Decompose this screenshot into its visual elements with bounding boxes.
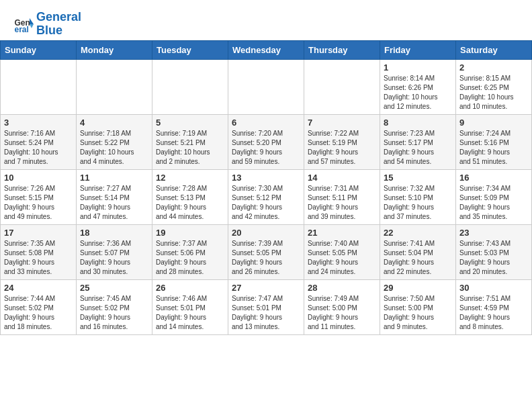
day-info: Sunrise: 7:47 AM Sunset: 5:01 PM Dayligh… bbox=[232, 294, 300, 332]
calendar-cell: 7Sunrise: 7:22 AM Sunset: 5:19 PM Daylig… bbox=[304, 114, 380, 169]
calendar-week-row: 3Sunrise: 7:16 AM Sunset: 5:24 PM Daylig… bbox=[1, 114, 532, 169]
day-info: Sunrise: 7:34 AM Sunset: 5:09 PM Dayligh… bbox=[459, 184, 528, 222]
calendar-cell: 26Sunrise: 7:46 AM Sunset: 5:01 PM Dayli… bbox=[152, 279, 228, 334]
calendar-cell: 5Sunrise: 7:19 AM Sunset: 5:21 PM Daylig… bbox=[152, 114, 228, 169]
calendar-cell: 15Sunrise: 7:32 AM Sunset: 5:10 PM Dayli… bbox=[380, 169, 456, 224]
calendar-cell: 18Sunrise: 7:36 AM Sunset: 5:07 PM Dayli… bbox=[77, 224, 152, 279]
day-number: 6 bbox=[232, 118, 300, 128]
day-info: Sunrise: 7:16 AM Sunset: 5:24 PM Dayligh… bbox=[4, 129, 73, 167]
calendar-cell: 22Sunrise: 7:41 AM Sunset: 5:04 PM Dayli… bbox=[380, 224, 456, 279]
day-info: Sunrise: 7:23 AM Sunset: 5:17 PM Dayligh… bbox=[384, 129, 452, 167]
day-number: 18 bbox=[80, 228, 148, 238]
day-info: Sunrise: 7:43 AM Sunset: 5:03 PM Dayligh… bbox=[459, 239, 528, 277]
day-info: Sunrise: 7:27 AM Sunset: 5:14 PM Dayligh… bbox=[80, 184, 148, 222]
day-number: 3 bbox=[4, 118, 73, 128]
day-info: Sunrise: 7:40 AM Sunset: 5:05 PM Dayligh… bbox=[308, 239, 376, 277]
day-info: Sunrise: 8:14 AM Sunset: 6:26 PM Dayligh… bbox=[384, 74, 452, 111]
day-number: 20 bbox=[232, 228, 300, 238]
calendar-cell: 4Sunrise: 7:18 AM Sunset: 5:22 PM Daylig… bbox=[77, 114, 152, 169]
day-number: 22 bbox=[384, 228, 452, 238]
page-header: Gen eral GeneralBlue bbox=[0, 0, 532, 40]
day-info: Sunrise: 7:46 AM Sunset: 5:01 PM Dayligh… bbox=[156, 294, 224, 332]
day-info: Sunrise: 7:28 AM Sunset: 5:13 PM Dayligh… bbox=[156, 184, 224, 222]
weekday-header: Saturday bbox=[456, 40, 532, 59]
day-number: 2 bbox=[459, 62, 528, 73]
day-number: 15 bbox=[384, 173, 452, 183]
day-number: 25 bbox=[80, 283, 148, 293]
day-number: 13 bbox=[232, 173, 300, 183]
day-number: 12 bbox=[156, 173, 224, 183]
day-info: Sunrise: 7:31 AM Sunset: 5:11 PM Dayligh… bbox=[308, 184, 376, 222]
weekday-header: Monday bbox=[77, 40, 152, 59]
day-number: 9 bbox=[459, 118, 528, 128]
day-info: Sunrise: 7:32 AM Sunset: 5:10 PM Dayligh… bbox=[384, 184, 452, 222]
calendar-cell: 24Sunrise: 7:44 AM Sunset: 5:02 PM Dayli… bbox=[1, 279, 77, 334]
day-info: Sunrise: 7:19 AM Sunset: 5:21 PM Dayligh… bbox=[156, 129, 224, 167]
day-number: 1 bbox=[384, 62, 452, 73]
calendar-cell bbox=[1, 59, 77, 114]
day-number: 10 bbox=[4, 173, 73, 183]
calendar-cell: 12Sunrise: 7:28 AM Sunset: 5:13 PM Dayli… bbox=[152, 169, 228, 224]
weekday-header: Friday bbox=[380, 40, 456, 59]
calendar-cell: 11Sunrise: 7:27 AM Sunset: 5:14 PM Dayli… bbox=[77, 169, 152, 224]
day-info: Sunrise: 7:35 AM Sunset: 5:08 PM Dayligh… bbox=[4, 239, 73, 277]
calendar-cell: 20Sunrise: 7:39 AM Sunset: 5:05 PM Dayli… bbox=[228, 224, 304, 279]
calendar-cell: 1Sunrise: 8:14 AM Sunset: 6:26 PM Daylig… bbox=[380, 59, 456, 114]
day-number: 7 bbox=[308, 118, 376, 128]
day-number: 21 bbox=[308, 228, 376, 238]
day-number: 4 bbox=[80, 118, 148, 128]
day-number: 17 bbox=[4, 228, 73, 238]
calendar-cell bbox=[228, 59, 304, 114]
logo-icon: Gen eral bbox=[13, 14, 34, 34]
day-info: Sunrise: 7:18 AM Sunset: 5:22 PM Dayligh… bbox=[80, 129, 148, 167]
day-info: Sunrise: 7:44 AM Sunset: 5:02 PM Dayligh… bbox=[4, 294, 73, 332]
day-info: Sunrise: 7:36 AM Sunset: 5:07 PM Dayligh… bbox=[80, 239, 148, 277]
day-number: 27 bbox=[232, 283, 300, 293]
day-number: 19 bbox=[156, 228, 224, 238]
calendar-cell bbox=[304, 59, 380, 114]
day-number: 11 bbox=[80, 173, 148, 183]
day-info: Sunrise: 7:39 AM Sunset: 5:05 PM Dayligh… bbox=[232, 239, 300, 277]
day-number: 8 bbox=[384, 118, 452, 128]
calendar-cell bbox=[77, 59, 152, 114]
calendar-cell: 16Sunrise: 7:34 AM Sunset: 5:09 PM Dayli… bbox=[456, 169, 532, 224]
logo: Gen eral GeneralBlue bbox=[13, 11, 81, 38]
weekday-header: Tuesday bbox=[152, 40, 228, 59]
calendar-cell: 14Sunrise: 7:31 AM Sunset: 5:11 PM Dayli… bbox=[304, 169, 380, 224]
calendar-cell: 9Sunrise: 7:24 AM Sunset: 5:16 PM Daylig… bbox=[456, 114, 532, 169]
day-info: Sunrise: 7:26 AM Sunset: 5:15 PM Dayligh… bbox=[4, 184, 73, 222]
day-info: Sunrise: 7:22 AM Sunset: 5:19 PM Dayligh… bbox=[308, 129, 376, 167]
day-number: 28 bbox=[308, 283, 376, 293]
calendar-week-row: 24Sunrise: 7:44 AM Sunset: 5:02 PM Dayli… bbox=[1, 279, 532, 334]
weekday-header: Wednesday bbox=[228, 40, 304, 59]
calendar-cell: 27Sunrise: 7:47 AM Sunset: 5:01 PM Dayli… bbox=[228, 279, 304, 334]
calendar-cell: 30Sunrise: 7:51 AM Sunset: 4:59 PM Dayli… bbox=[456, 279, 532, 334]
svg-text:eral: eral bbox=[15, 25, 29, 34]
calendar-cell: 25Sunrise: 7:45 AM Sunset: 5:02 PM Dayli… bbox=[77, 279, 152, 334]
day-number: 5 bbox=[156, 118, 224, 128]
day-number: 14 bbox=[308, 173, 376, 183]
calendar-cell: 28Sunrise: 7:49 AM Sunset: 5:00 PM Dayli… bbox=[304, 279, 380, 334]
calendar-table: SundayMondayTuesdayWednesdayThursdayFrid… bbox=[0, 40, 532, 335]
calendar-cell: 6Sunrise: 7:20 AM Sunset: 5:20 PM Daylig… bbox=[228, 114, 304, 169]
day-number: 23 bbox=[459, 228, 528, 238]
day-info: Sunrise: 7:49 AM Sunset: 5:00 PM Dayligh… bbox=[308, 294, 376, 332]
calendar-week-row: 1Sunrise: 8:14 AM Sunset: 6:26 PM Daylig… bbox=[1, 59, 532, 114]
calendar-cell: 13Sunrise: 7:30 AM Sunset: 5:12 PM Dayli… bbox=[228, 169, 304, 224]
calendar-cell: 3Sunrise: 7:16 AM Sunset: 5:24 PM Daylig… bbox=[1, 114, 77, 169]
svg-marker-2 bbox=[30, 18, 34, 24]
calendar-cell: 17Sunrise: 7:35 AM Sunset: 5:08 PM Dayli… bbox=[1, 224, 77, 279]
day-number: 26 bbox=[156, 283, 224, 293]
day-info: Sunrise: 7:41 AM Sunset: 5:04 PM Dayligh… bbox=[384, 239, 452, 277]
day-info: Sunrise: 7:37 AM Sunset: 5:06 PM Dayligh… bbox=[156, 239, 224, 277]
day-info: Sunrise: 7:24 AM Sunset: 5:16 PM Dayligh… bbox=[459, 129, 528, 167]
day-info: Sunrise: 7:20 AM Sunset: 5:20 PM Dayligh… bbox=[232, 129, 300, 167]
day-info: Sunrise: 8:15 AM Sunset: 6:25 PM Dayligh… bbox=[459, 74, 528, 111]
calendar-week-row: 17Sunrise: 7:35 AM Sunset: 5:08 PM Dayli… bbox=[1, 224, 532, 279]
calendar-week-row: 10Sunrise: 7:26 AM Sunset: 5:15 PM Dayli… bbox=[1, 169, 532, 224]
day-info: Sunrise: 7:30 AM Sunset: 5:12 PM Dayligh… bbox=[232, 184, 300, 222]
day-info: Sunrise: 7:45 AM Sunset: 5:02 PM Dayligh… bbox=[80, 294, 148, 332]
calendar-cell: 23Sunrise: 7:43 AM Sunset: 5:03 PM Dayli… bbox=[456, 224, 532, 279]
calendar-cell bbox=[152, 59, 228, 114]
calendar-cell: 2Sunrise: 8:15 AM Sunset: 6:25 PM Daylig… bbox=[456, 59, 532, 114]
